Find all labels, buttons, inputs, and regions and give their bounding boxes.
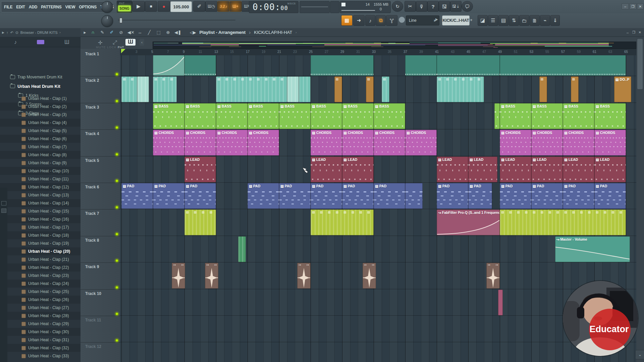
track-header-row[interactable]: Track 2 — [80, 76, 120, 103]
pattern-clip[interactable]: ▤ BASS — [216, 103, 248, 129]
pattern-clip[interactable]: ▤▤▤ — [153, 76, 177, 102]
track-header-row[interactable]: Track 11 — [80, 316, 120, 343]
pattern-clip[interactable]: ▤ CHORDS — [153, 130, 184, 156]
pat-label[interactable]: PAT — [119, 2, 124, 5]
playlist-maximize-icon[interactable]: ❐ — [632, 31, 635, 34]
pattern-clip[interactable]: ▤ CHORDS — [342, 130, 374, 156]
browser-header-title[interactable]: Browser - DRUM KITS — [20, 31, 58, 35]
pattern-clip[interactable]: ▤▤▤▤▤▤▤▤▤ — [216, 76, 287, 102]
pattern-clip[interactable]: ▤ PAD — [153, 183, 184, 209]
pattern-clip[interactable]: ▤▤▤▤ — [184, 209, 216, 235]
tab-samples-icon[interactable]: ♪ — [14, 39, 17, 45]
pattern-clip[interactable]: ▤▤▤▤ — [437, 55, 500, 76]
pattern-clip[interactable]: ▤ LEAD — [311, 157, 342, 182]
step-edit-button[interactable]: ✐ — [193, 1, 205, 12]
track-name[interactable]: Track 3 — [85, 105, 99, 110]
pattern-clip[interactable]: ▤ BASS — [248, 103, 279, 129]
pattern-clip[interactable]: ▤ PAD — [342, 183, 374, 209]
track-name[interactable]: Track 7 — [85, 211, 99, 216]
pattern-clip[interactable]: ▤▤▤▤ — [184, 55, 216, 76]
menu-add[interactable]: ADD — [29, 5, 37, 9]
pattern-clip[interactable] — [238, 236, 246, 262]
pattern-clip[interactable]: ▤ DO..P — [614, 76, 632, 102]
pattern-clip[interactable]: ▤ CHORDS — [594, 130, 626, 156]
song-mode-button[interactable]: SONG — [118, 5, 131, 11]
pattern-clip[interactable]: ▤ LEAD — [468, 157, 497, 182]
add-pattern-button[interactable]: + — [470, 17, 473, 22]
pattern-clip[interactable]: ▤ BASS — [374, 103, 405, 129]
pattern-clip[interactable]: ▤ PAD — [563, 183, 594, 209]
project-notes-button[interactable]: 🗎︎ — [530, 15, 540, 26]
automation-clip[interactable]: ↝ Param...d 7 freq — [153, 55, 184, 76]
playlist-window-button[interactable]: ▦ — [341, 15, 353, 26]
pattern-clip[interactable]: ▤ CHORDS — [216, 130, 248, 156]
song-start-marker[interactable] — [121, 49, 125, 53]
pattern-clip[interactable]: ▤ CHORDS — [184, 130, 216, 156]
pattern-selector[interactable]: KICK/C..I-HAT — [442, 15, 470, 25]
pattern-clip[interactable]: ▤ CHORDS — [311, 130, 342, 156]
track-enable-led[interactable] — [115, 100, 118, 103]
pattern-clip[interactable]: ▤ BASS — [279, 103, 311, 129]
pattern-clip[interactable]: ▤ PAD — [594, 183, 626, 209]
playlist-title[interactable]: Playlist - Arrangement — [199, 30, 246, 35]
audio-clip[interactable]: ↦↦ — [486, 263, 500, 289]
scroll-down-button[interactable]: ⌄ — [635, 350, 644, 359]
menu-options[interactable]: OPTIONS — [79, 5, 97, 9]
pattern-clip[interactable]: ▤ BASS — [342, 103, 374, 129]
track-header-row[interactable]: Track 1 — [80, 50, 120, 76]
track-name[interactable]: Track 8 — [85, 238, 99, 243]
browser-folder[interactable]: Trap Movement Drum Kit — [0, 73, 91, 81]
step-sequencer-button[interactable]: ➜ — [353, 15, 365, 26]
stop-button[interactable]: ■ — [145, 1, 157, 12]
audio-clip[interactable]: ↦↦ — [172, 263, 185, 289]
pattern-clip[interactable]: ▤ BASS — [531, 103, 563, 129]
track-enable-led[interactable] — [115, 153, 118, 156]
pattern-clip[interactable]: ▤▤▤▤▤▤ — [437, 76, 484, 102]
pattern-clip[interactable]: ▤ CHORDS — [563, 130, 594, 156]
pattern-clip[interactable]: ▤ LEAD — [342, 157, 374, 182]
audio-clip[interactable]: ↦↦ — [205, 263, 218, 289]
magnet-icon[interactable]: ∩ — [90, 30, 96, 35]
plugin-button[interactable]: ⌁ — [540, 15, 550, 26]
main-volume-knob[interactable] — [101, 1, 113, 13]
pattern-clip[interactable] — [299, 76, 311, 102]
pattern-clip[interactable] — [494, 103, 500, 129]
audio-record-button[interactable]: 🎙︎ — [416, 1, 427, 12]
scrollbar-handle[interactable] — [637, 39, 643, 89]
track-name[interactable]: Track 1 — [85, 52, 99, 56]
playback-tool-icon[interactable]: ◀❚ — [174, 30, 180, 35]
piano-view-button[interactable]: Ш — [125, 39, 136, 46]
automation-clip[interactable]: ↝ Master - Volume — [555, 236, 630, 262]
project-folder-button[interactable]: 🗀︎ — [519, 15, 529, 26]
track-name[interactable]: Track 4 — [85, 131, 99, 136]
pattern-clip[interactable]: ▤ — [382, 76, 390, 102]
loop-record-button[interactable]: Ш+ — [229, 1, 241, 12]
pattern-clip[interactable]: ▤ LEAD — [500, 157, 531, 182]
pattern-clip[interactable]: ▤▤▤▤▤▤▤▤▤▤▤▤▤▤▤▤ — [500, 209, 626, 235]
window-maximize-button[interactable]: ❐ — [629, 3, 637, 9]
cpu-memory-panel[interactable]: 14 1555 MB 0 — [340, 1, 391, 13]
browser-play-icon[interactable]: ▶ — [2, 31, 4, 34]
piano-roll-button[interactable]: ♪ — [365, 15, 375, 26]
scroll-left-button[interactable]: ‹ — [140, 39, 144, 46]
audio-clip[interactable]: ↦↦ — [297, 263, 311, 289]
pattern-clip[interactable]: ▤ — [334, 76, 342, 102]
pattern-clip[interactable] — [287, 76, 299, 102]
pattern-clip[interactable]: ▤ PAD — [531, 183, 563, 209]
track-header-row[interactable]: Track 5 — [80, 156, 120, 183]
pattern-clip[interactable]: ▤ — [571, 76, 579, 102]
track-name[interactable]: Track 10 — [85, 291, 101, 296]
wait-for-input-button[interactable]: Ш◷ — [205, 1, 217, 12]
pattern-clip[interactable]: ▤ CHORDS — [374, 130, 405, 156]
menu-edit[interactable]: EDIT — [16, 5, 25, 9]
browser-chevron-icon[interactable]: › — [59, 31, 60, 34]
track-header-row[interactable]: Track 4 — [80, 129, 120, 156]
delete-tool-icon[interactable]: ⊘ — [118, 30, 124, 35]
track-header-row[interactable]: Track 3 — [80, 103, 120, 130]
pattern-clip[interactable]: ▤▤ — [121, 76, 137, 102]
track-enable-led[interactable] — [115, 233, 118, 236]
paint-tool-icon[interactable]: ✐ — [109, 30, 115, 35]
avatar-icon[interactable] — [399, 17, 405, 23]
track-enable-led[interactable] — [115, 312, 118, 315]
pattern-clip[interactable] — [498, 290, 503, 315]
